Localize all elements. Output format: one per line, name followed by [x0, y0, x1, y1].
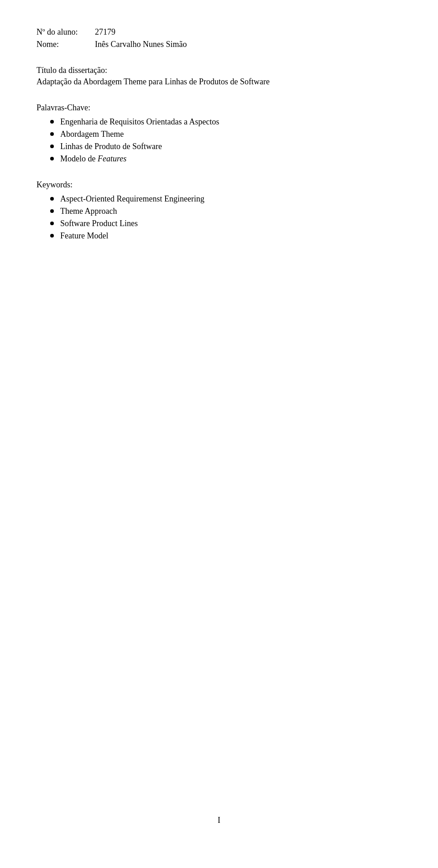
title-text: Adaptação da Abordagem Theme para Linhas… [36, 77, 402, 87]
bullet-icon [50, 222, 54, 225]
list-item: Abordagem Theme [50, 129, 402, 139]
palavras-chave-list: Engenharia de Requisitos Orientadas a As… [50, 117, 402, 164]
bullet-icon [50, 132, 54, 136]
keywords-title: Keywords: [36, 180, 402, 190]
palavras-item-4: Modelo de Features [60, 154, 126, 164]
palavras-chave-title: Palavras-Chave: [36, 103, 402, 113]
keyword-item-4: Feature Model [60, 231, 108, 241]
keyword-item-2: Theme Approach [60, 207, 117, 216]
name-label: Nome: [36, 40, 91, 49]
palavras-item-3: Linhas de Produto de Software [60, 142, 162, 151]
keyword-item-3: Software Product Lines [60, 219, 138, 228]
student-number-label: Nº do aluno: [36, 27, 91, 37]
keywords-section: Keywords: Aspect-Oriented Requiremenst E… [36, 180, 402, 241]
bullet-icon [50, 157, 54, 160]
list-item: Theme Approach [50, 207, 402, 216]
palavras-item-2: Abordagem Theme [60, 129, 124, 139]
list-item: Modelo de Features [50, 154, 402, 164]
name-value: Inês Carvalho Nunes Simão [95, 40, 187, 49]
list-item: Feature Model [50, 231, 402, 241]
list-item: Engenharia de Requisitos Orientadas a As… [50, 117, 402, 127]
page-number: I [218, 816, 220, 825]
student-number-value: 27179 [95, 27, 115, 37]
list-item: Software Product Lines [50, 219, 402, 228]
bullet-icon [50, 145, 54, 148]
list-item: Linhas de Produto de Software [50, 142, 402, 151]
bullet-icon [50, 197, 54, 201]
bullet-icon [50, 209, 54, 213]
list-item: Aspect-Oriented Requiremenst Engineering [50, 194, 402, 204]
bullet-icon [50, 234, 54, 238]
keyword-item-1: Aspect-Oriented Requiremenst Engineering [60, 194, 204, 204]
name-row: Nome: Inês Carvalho Nunes Simão [36, 40, 402, 49]
title-label: Título da dissertação: [36, 66, 402, 75]
student-number-row: Nº do aluno: 27179 [36, 27, 402, 37]
bullet-icon [50, 120, 54, 124]
palavras-chave-section: Palavras-Chave: Engenharia de Requisitos… [36, 103, 402, 164]
keywords-list: Aspect-Oriented Requiremenst Engineering… [50, 194, 402, 241]
title-block: Título da dissertação: Adaptação da Abor… [36, 66, 402, 87]
palavras-item-1: Engenharia de Requisitos Orientadas a As… [60, 117, 219, 127]
document-page: Nº do aluno: 27179 Nome: Inês Carvalho N… [36, 27, 402, 839]
